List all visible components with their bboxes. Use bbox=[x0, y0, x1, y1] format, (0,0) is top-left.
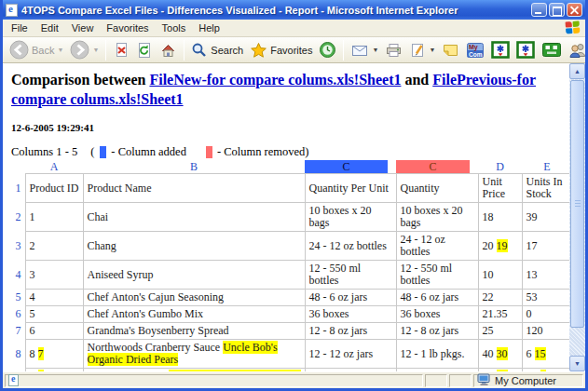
status-zone-label: My Computer bbox=[495, 375, 556, 386]
table-row: 32Chang24 - 12 oz bottles24 - 12 oz bott… bbox=[11, 232, 569, 261]
table-cell: 29 6 bbox=[522, 369, 569, 372]
table-cell: Chai bbox=[83, 203, 305, 232]
legend: Columns 1 - 5 ( - Column added - Column … bbox=[11, 145, 569, 159]
table-cell: 21.35 bbox=[478, 306, 522, 323]
menu-file[interactable]: File bbox=[5, 20, 34, 35]
table-cell: Product ID bbox=[25, 174, 83, 203]
column-letter-A: A bbox=[25, 160, 83, 174]
link-file-new[interactable]: FileNew-for compare colums.xls!Sheet1 bbox=[149, 72, 401, 88]
table-cell: 3 bbox=[25, 261, 83, 290]
table-cell: 17 bbox=[522, 232, 569, 261]
ie-app-icon bbox=[6, 4, 18, 17]
refresh-button[interactable] bbox=[133, 39, 156, 61]
table-row: 21Chai10 boxes x 20 bags10 boxes x 20 ba… bbox=[11, 203, 569, 232]
stop-icon bbox=[113, 42, 130, 59]
table-cell: Chef Anton's Gumbo Mix bbox=[83, 306, 305, 323]
row-number: 8 bbox=[11, 340, 25, 369]
table-row-partial: 99 8Mishi Kobe Niku Northwoods Cranberry… bbox=[11, 369, 569, 372]
table-cell: 8 7 bbox=[25, 340, 83, 369]
legend-removed-swatch bbox=[206, 146, 212, 158]
menu-edit[interactable]: Edit bbox=[34, 20, 65, 35]
minimize-button[interactable] bbox=[531, 3, 547, 17]
scroll-thumb[interactable] bbox=[570, 80, 584, 328]
vertical-scrollbar[interactable]: ▲ ▼ bbox=[569, 63, 585, 371]
print-button[interactable] bbox=[382, 39, 405, 61]
table-cell: 12 - 8 oz jars bbox=[305, 323, 396, 340]
row-number: 6 bbox=[11, 306, 25, 323]
menu-tools[interactable]: Tools bbox=[156, 20, 193, 35]
history-button[interactable] bbox=[316, 39, 339, 61]
row-number: 3 bbox=[11, 232, 25, 261]
legend-added-swatch bbox=[100, 146, 106, 158]
column-letter-B: B bbox=[83, 160, 305, 174]
asterisk-icon bbox=[516, 41, 535, 59]
comparison-table-body: ABCCDE1Product IDProduct NameQuantity Pe… bbox=[11, 160, 569, 371]
forward-button[interactable]: ▼ bbox=[67, 39, 102, 61]
table-cell: 9 8 bbox=[25, 369, 83, 372]
table-cell: 10 bbox=[478, 261, 522, 290]
table-cell: 12 - 12 oz jars bbox=[396, 369, 478, 372]
mail-button[interactable]: ▼ bbox=[348, 39, 381, 61]
table-row: 88 7Northwoods Cranberry Sauce Uncle Bob… bbox=[11, 340, 569, 369]
favorites-button[interactable]: Favorites bbox=[247, 39, 315, 61]
table-cell: 13 bbox=[522, 261, 569, 290]
home-button[interactable] bbox=[157, 39, 180, 61]
notes-button[interactable] bbox=[439, 39, 462, 61]
row-number: 2 bbox=[11, 203, 25, 232]
table-cell: Grandma's Boysenberry Spread bbox=[83, 323, 305, 340]
table-cell: Product Name bbox=[83, 174, 305, 203]
table-cell: Quantity Per Unit bbox=[305, 174, 396, 203]
compare-files-button[interactable] bbox=[488, 39, 513, 61]
table-row: 76Grandma's Boysenberry Spread12 - 8 oz … bbox=[11, 323, 569, 340]
table-cell: Aniseed Syrup bbox=[83, 261, 305, 290]
column-letter-row: ABCCDE bbox=[11, 160, 569, 174]
edit-button[interactable]: ▼ bbox=[406, 39, 438, 61]
messenger-button[interactable] bbox=[539, 39, 565, 61]
table-cell: 20 19 bbox=[478, 232, 522, 261]
table-cell: Chef Anton's Cajun Seasoning bbox=[83, 290, 305, 306]
table-cell: 2 bbox=[25, 232, 83, 261]
edit-dropdown-icon[interactable]: ▼ bbox=[429, 47, 435, 53]
compare-sheets-button[interactable] bbox=[513, 39, 538, 61]
table-cell: Northwoods Cranberry Sauce Uncle Bob's O… bbox=[83, 340, 305, 369]
mycom-button[interactable]: MyCom bbox=[463, 39, 487, 61]
table-cell: Units In Stock bbox=[522, 174, 569, 203]
messenger-icon bbox=[541, 42, 562, 58]
toolbar-separator bbox=[105, 40, 106, 61]
comparison-table: ABCCDE1Product IDProduct NameQuantity Pe… bbox=[11, 160, 569, 371]
table-cell: 48 - 6 oz jars bbox=[396, 290, 478, 306]
table-cell: 4 bbox=[25, 290, 83, 306]
table-cell: 48 - 6 oz jars bbox=[305, 290, 396, 306]
browser-window: 4TOPS Compare Excel Files - Differences … bbox=[0, 0, 588, 391]
menu-view[interactable]: View bbox=[65, 20, 101, 35]
back-button[interactable]: Back ▼ bbox=[7, 39, 66, 61]
table-cell: 12 - 550 ml bottles bbox=[396, 261, 478, 290]
toolbar-separator bbox=[343, 40, 344, 61]
close-button[interactable] bbox=[567, 3, 582, 17]
legend-removed-label: - Column removed) bbox=[217, 145, 309, 159]
maximize-button[interactable] bbox=[549, 3, 565, 17]
back-dropdown-icon[interactable]: ▼ bbox=[57, 47, 63, 53]
forward-icon bbox=[70, 40, 89, 60]
scroll-down-button[interactable]: ▼ bbox=[569, 356, 585, 371]
menu-favorites[interactable]: Favorites bbox=[100, 20, 155, 35]
mail-dropdown-icon[interactable]: ▼ bbox=[372, 47, 378, 53]
table-cell: 10 boxes x 20 bags bbox=[396, 203, 478, 232]
menu-help[interactable]: Help bbox=[192, 20, 226, 35]
menu-items: FileEditViewFavoritesToolsHelp bbox=[5, 20, 565, 35]
forward-dropdown-icon[interactable]: ▼ bbox=[92, 47, 99, 53]
status-main-pane bbox=[5, 374, 423, 387]
favorites-icon bbox=[250, 42, 267, 59]
search-button[interactable]: Search bbox=[188, 39, 246, 61]
table-row: 43Aniseed Syrup12 - 550 ml bottles12 - 5… bbox=[11, 261, 569, 290]
table-cell: 1 bbox=[25, 203, 83, 232]
scroll-up-button[interactable]: ▲ bbox=[569, 63, 585, 79]
table-cell: 6 bbox=[25, 323, 83, 340]
refresh-icon bbox=[136, 42, 153, 59]
row-number: 9 bbox=[11, 369, 25, 372]
column-letter-E: E bbox=[522, 160, 569, 174]
report-timestamp: 12-6-2005 19:29:41 bbox=[11, 122, 569, 133]
svg-text:Com: Com bbox=[469, 50, 483, 57]
contacts-button[interactable] bbox=[566, 39, 588, 61]
stop-button[interactable] bbox=[110, 39, 132, 61]
